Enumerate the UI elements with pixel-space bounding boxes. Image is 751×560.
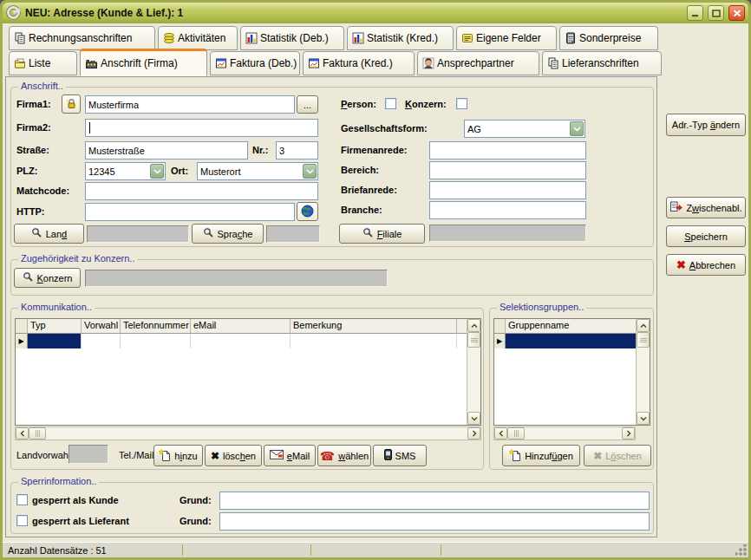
branche-input[interactable] bbox=[429, 201, 586, 219]
gesellschaftsform-input[interactable] bbox=[465, 120, 569, 137]
scrollbar-thumb[interactable] bbox=[467, 332, 480, 348]
maximize-button[interactable] bbox=[708, 5, 724, 21]
abbrechen-button[interactable]: ✖ Abbrechen bbox=[666, 254, 746, 276]
table-row[interactable]: ▶ bbox=[494, 334, 636, 348]
lock-button[interactable] bbox=[62, 94, 81, 114]
tab-ansprechpartner[interactable]: Ansprechpartner bbox=[417, 51, 539, 75]
ort-input[interactable] bbox=[198, 163, 302, 179]
title-bar[interactable]: NEU: Adresse (Kunde & Lief.): 1 bbox=[3, 3, 748, 23]
scroll-right-button[interactable] bbox=[467, 427, 480, 440]
scrollbar-track[interactable] bbox=[525, 427, 622, 440]
waehlen-button[interactable]: ☎ wählen bbox=[317, 445, 371, 466]
scroll-up-button[interactable] bbox=[637, 319, 650, 332]
minimize-button[interactable] bbox=[687, 5, 703, 21]
chevron-down-icon[interactable] bbox=[150, 164, 164, 179]
konzern-search-button[interactable]: Konzern bbox=[14, 268, 81, 288]
scroll-down-button[interactable] bbox=[637, 412, 650, 425]
tab-sonderpreise[interactable]: Sonderpreise bbox=[559, 26, 658, 50]
land-button[interactable]: Land bbox=[14, 224, 84, 244]
adr-typ-aendern-button[interactable]: Adr.-Typ ändern bbox=[666, 114, 746, 136]
filiale-button[interactable]: Filiale bbox=[339, 224, 425, 244]
scroll-down-button[interactable] bbox=[467, 412, 480, 425]
tab-liste[interactable]: Liste bbox=[9, 51, 77, 75]
tab-faktura-deb[interactable]: Faktura (Deb.) bbox=[210, 51, 300, 75]
tab-rechnungsanschriften[interactable]: Rechnungsanschriften bbox=[9, 26, 155, 50]
http-input[interactable] bbox=[85, 203, 295, 221]
cell-typ-selected[interactable] bbox=[28, 334, 82, 348]
column-header-gruppenname[interactable]: Gruppenname bbox=[506, 319, 636, 334]
strasse-input[interactable] bbox=[85, 141, 248, 160]
tab-statistik-kred[interactable]: Statistik (Kred.) bbox=[347, 26, 454, 50]
column-header-bemerkung[interactable]: Bemerkung bbox=[291, 319, 457, 334]
gesellschaftsform-combobox[interactable] bbox=[464, 120, 585, 138]
firma1-input[interactable] bbox=[85, 95, 295, 114]
resize-grip[interactable] bbox=[735, 544, 747, 556]
column-header-typ[interactable]: Typ bbox=[28, 319, 82, 334]
kunde-grund-input[interactable] bbox=[219, 492, 650, 510]
scroll-left-button[interactable] bbox=[16, 427, 29, 440]
gesperrt-lieferant-checkbox[interactable] bbox=[16, 515, 28, 526]
horizontal-scrollbar[interactable] bbox=[493, 427, 636, 440]
gesperrt-kunde-checkbox[interactable] bbox=[16, 494, 28, 505]
open-url-button[interactable] bbox=[297, 202, 318, 221]
vertical-scrollbar[interactable] bbox=[467, 319, 480, 425]
row-selector-header[interactable] bbox=[494, 319, 506, 334]
cell-email[interactable] bbox=[191, 334, 291, 348]
kommunikation-table[interactable]: Typ Vorwahl Telefonnummer eMail Bemerkun… bbox=[15, 318, 481, 426]
close-button[interactable] bbox=[728, 5, 745, 21]
scrollbar-thumb[interactable] bbox=[637, 332, 650, 348]
scrollbar-track[interactable] bbox=[467, 348, 480, 412]
cell-vorwahl[interactable] bbox=[82, 334, 121, 348]
hinzufuegen-button[interactable]: Hinzufügen bbox=[502, 445, 580, 466]
row-selector-header[interactable] bbox=[16, 319, 28, 334]
scrollbar-thumb[interactable] bbox=[29, 427, 46, 440]
chevron-down-icon[interactable] bbox=[570, 121, 584, 136]
zwischenablage-button[interactable]: Zwischenabl. bbox=[666, 197, 746, 218]
tab-statistik-deb[interactable]: Statistik (Deb.) bbox=[240, 26, 344, 50]
tab-aktivitaeten[interactable]: Aktivitäten bbox=[158, 26, 238, 50]
firma2-input[interactable] bbox=[85, 119, 318, 137]
ort-combobox[interactable] bbox=[197, 162, 318, 180]
tab-faktura-kred[interactable]: Faktura (Kred.) bbox=[303, 51, 415, 75]
column-header-email[interactable]: eMail bbox=[191, 319, 291, 334]
cell-bemerkung[interactable] bbox=[291, 334, 457, 348]
row-selector-cell[interactable]: ▶ bbox=[494, 334, 506, 348]
speichern-button[interactable]: Speichern bbox=[666, 225, 746, 247]
briefanrede-input[interactable] bbox=[429, 181, 586, 199]
scrollbar-track[interactable] bbox=[637, 348, 650, 412]
selektionsgruppen-table[interactable]: Gruppenname ▶ bbox=[493, 318, 650, 426]
scroll-up-button[interactable] bbox=[467, 319, 480, 332]
scrollbar-track[interactable] bbox=[46, 427, 467, 440]
table-row[interactable]: ▶ bbox=[16, 334, 467, 348]
email-button[interactable]: eMail bbox=[264, 445, 316, 466]
hinzu-button[interactable]: hinzu bbox=[153, 445, 203, 466]
horizontal-scrollbar[interactable] bbox=[15, 427, 481, 440]
tab-anschrift-firma[interactable]: Anschrift (Firma) bbox=[80, 49, 207, 76]
cell-gruppenname-selected[interactable] bbox=[506, 334, 636, 348]
plz-combobox[interactable] bbox=[85, 162, 166, 180]
tab-label: Anschrift (Firma) bbox=[101, 57, 178, 69]
person-checkbox[interactable] bbox=[385, 98, 396, 109]
plz-input[interactable] bbox=[86, 163, 149, 179]
scroll-right-button[interactable] bbox=[622, 427, 635, 440]
column-header-telefonnummer[interactable]: Telefonnummer bbox=[121, 319, 191, 334]
konzern-checkbox[interactable] bbox=[456, 98, 467, 109]
vertical-scrollbar[interactable] bbox=[636, 319, 650, 425]
firma1-browse-button[interactable]: ... bbox=[297, 95, 318, 114]
scrollbar-thumb[interactable] bbox=[507, 427, 525, 440]
sms-button[interactable]: SMS bbox=[373, 445, 427, 466]
column-header-vorwahl[interactable]: Vorwahl bbox=[82, 319, 121, 334]
nr-input[interactable] bbox=[276, 141, 318, 160]
matchcode-input[interactable] bbox=[85, 182, 318, 200]
loeschen-button[interactable]: ✖ löschen bbox=[205, 445, 262, 466]
firmenanrede-input[interactable] bbox=[429, 141, 586, 160]
row-selector-cell[interactable]: ▶ bbox=[16, 334, 28, 348]
sprache-button[interactable]: Sprache bbox=[192, 224, 264, 244]
bereich-input[interactable] bbox=[429, 161, 586, 179]
chevron-down-icon[interactable] bbox=[303, 164, 317, 179]
cell-telefonnummer[interactable] bbox=[121, 334, 191, 348]
tab-lieferanschriften[interactable]: Lieferanschriften bbox=[542, 51, 662, 75]
lieferant-grund-input[interactable] bbox=[219, 512, 650, 531]
tab-eigene-felder[interactable]: Eigene Felder bbox=[456, 26, 557, 50]
scroll-left-button[interactable] bbox=[494, 427, 507, 440]
